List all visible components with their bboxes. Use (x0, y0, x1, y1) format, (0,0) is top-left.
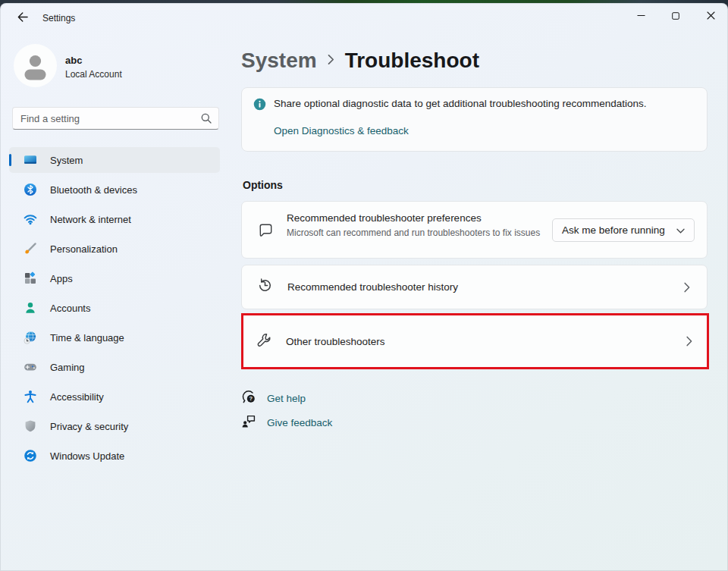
system-icon (23, 152, 38, 168)
speech-bubble-icon (258, 222, 274, 241)
back-button[interactable] (9, 8, 35, 29)
settings-window: Settings abc Local Account (0, 3, 728, 571)
sidebar-item-label: Accessibility (50, 391, 104, 403)
selected-indicator (9, 154, 11, 166)
maximize-icon (672, 9, 679, 23)
sidebar-item-label: System (50, 155, 83, 166)
sidebar-item-system[interactable]: System (9, 147, 220, 173)
sidebar-item-label: Personalization (50, 243, 118, 255)
sidebar-item-personalization[interactable]: Personalization (9, 236, 220, 262)
card-recommended-troubleshooter-history[interactable]: Recommended troubleshooter history (241, 265, 708, 309)
apps-icon (23, 271, 38, 286)
sidebar-item-label: Gaming (50, 362, 85, 373)
close-button[interactable] (693, 3, 728, 29)
shield-icon (23, 419, 38, 434)
globe-clock-icon (23, 330, 38, 345)
maximize-button[interactable] (658, 3, 693, 29)
sidebar-item-privacy-security[interactable]: Privacy & security (9, 413, 220, 439)
sidebar-item-network-internet[interactable]: Network & internet (9, 206, 220, 232)
paintbrush-icon (23, 241, 38, 256)
sidebar-item-accessibility[interactable]: Accessibility (9, 384, 220, 409)
sidebar-item-accounts[interactable]: Accounts (9, 295, 220, 321)
sidebar-item-label: Network & internet (50, 214, 131, 225)
card-title: Other troubleshooters (286, 336, 385, 347)
bluetooth-icon (23, 182, 38, 197)
chevron-down-icon (676, 224, 685, 236)
window-controls (623, 3, 728, 29)
card-recommended-troubleshooter-preferences: Recommended troubleshooter preferences M… (241, 201, 708, 259)
sidebar-item-label: Windows Update (50, 450, 124, 462)
sidebar-item-label: Accounts (50, 303, 90, 314)
feedback-icon (241, 413, 257, 432)
card-title: Recommended troubleshooter preferences (287, 212, 482, 224)
card-other-troubleshooters[interactable]: Other troubleshooters (243, 315, 707, 367)
window-title: Settings (42, 13, 75, 24)
minimize-button[interactable] (623, 3, 658, 29)
minimize-icon (637, 9, 645, 23)
sidebar-item-windows-update[interactable]: Windows Update (9, 443, 220, 469)
sidebar-item-label: Bluetooth & devices (50, 184, 137, 196)
page-title: Troubleshoot (345, 49, 479, 73)
section-label: Options (243, 179, 283, 191)
svg-text:?: ? (249, 395, 253, 402)
card-title: Recommended troubleshooter history (287, 281, 458, 293)
titlebar: Settings (0, 3, 728, 33)
person-icon (23, 300, 38, 315)
search-input[interactable] (12, 107, 219, 130)
info-icon (253, 98, 266, 114)
history-icon (256, 277, 274, 297)
highlight-box: Other troubleshooters (241, 313, 709, 369)
user-name: abc (65, 55, 82, 66)
user-account-type: Local Account (65, 69, 122, 80)
card-subtitle: Microsoft can recommend and run troubles… (287, 227, 551, 239)
gamepad-icon (23, 359, 38, 375)
chevron-right-icon (686, 336, 692, 347)
wrench-icon (256, 332, 272, 351)
dropdown-value: Ask me before running (562, 224, 665, 236)
banner-message: Share optional diagnostic data to get ad… (274, 98, 647, 109)
link-label: Give feedback (267, 417, 332, 428)
breadcrumb-parent[interactable]: System (241, 49, 317, 73)
sidebar-item-bluetooth-devices[interactable]: Bluetooth & devices (9, 177, 220, 202)
sidebar-item-label: Time & language (50, 332, 124, 344)
breadcrumb: System Troubleshoot (241, 45, 479, 76)
get-help-link[interactable]: ? Get help (241, 390, 306, 406)
update-icon (23, 448, 38, 463)
close-icon (707, 9, 715, 23)
back-arrow-icon (16, 11, 29, 27)
give-feedback-link[interactable]: Give feedback (241, 414, 332, 431)
sidebar-item-gaming[interactable]: Gaming (9, 354, 220, 380)
search-box (12, 107, 219, 130)
chevron-right-icon (328, 54, 334, 68)
avatar[interactable] (14, 44, 57, 87)
chevron-right-icon (684, 282, 690, 293)
sidebar-item-label: Apps (50, 273, 73, 284)
link-label: Get help (267, 393, 306, 404)
wifi-icon (23, 212, 38, 227)
sidebar-item-time-language[interactable]: Time & language (9, 325, 220, 350)
help-icon: ? (241, 389, 257, 408)
sidebar-item-apps[interactable]: Apps (9, 265, 220, 291)
accessibility-icon (23, 389, 38, 404)
preference-dropdown[interactable]: Ask me before running (552, 218, 695, 242)
diagnostic-banner: Share optional diagnostic data to get ad… (241, 87, 708, 152)
sidebar-item-label: Privacy & security (50, 421, 128, 432)
open-diagnostics-feedback-link[interactable]: Open Diagnostics & feedback (274, 125, 409, 136)
